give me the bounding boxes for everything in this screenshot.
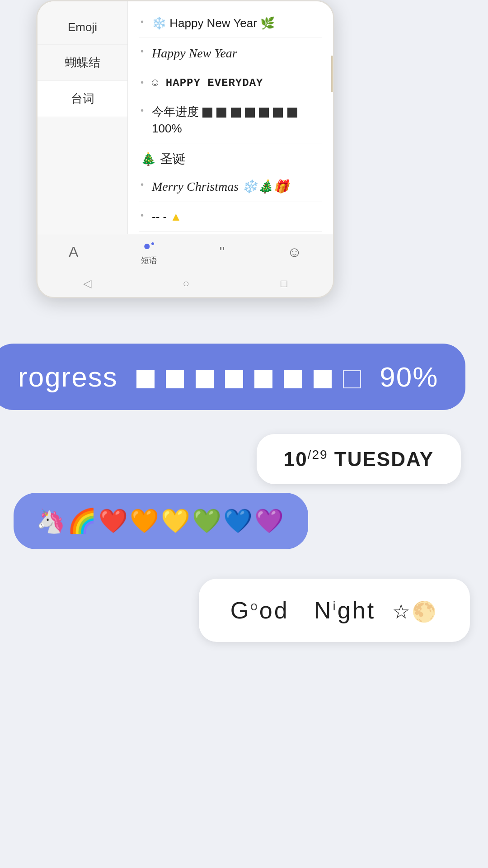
phone-main-content: • ❄️ Happy New Year 🌿 • Happy New Year •… — [128, 1, 333, 261]
phone-navbar: ◁ ○ □ — [38, 270, 333, 297]
date-slash: /29 — [308, 448, 328, 462]
nav-back-btn[interactable]: ◁ — [83, 277, 91, 290]
toolbar-quote[interactable]: " — [220, 244, 225, 260]
phone-right-edge — [331, 56, 334, 92]
item-text-mc2: -- - ▲ — [152, 208, 320, 225]
goodnight-icon: ☆🌕 — [392, 600, 438, 623]
toolbar-phrases[interactable]: ●● 短语 — [141, 239, 157, 266]
nav-recent-btn[interactable]: □ — [281, 277, 287, 290]
nav-home-btn[interactable]: ○ — [183, 277, 189, 290]
date-number: 10 — [284, 448, 308, 470]
item-text-hny4: 今年进度 100% — [152, 104, 320, 137]
emoji-bubble: 🦄🌈❤️🧡💛💚💙💜 — [14, 493, 308, 549]
list-item: • Happy New Year — [139, 38, 322, 69]
progress-block-2 — [166, 370, 184, 388]
progress-text: rogress 90% — [18, 361, 438, 393]
goodnight-bubble: Good Night ☆🌕 — [199, 579, 470, 642]
progress-block-6 — [284, 370, 302, 388]
bullet: • — [141, 210, 144, 221]
list-item-christmas2: • -- - ▲ — [139, 202, 322, 231]
progress-bubble: rogress 90% — [0, 344, 465, 410]
phone-sidebar: Emoji 蝴蝶结 台词 — [38, 1, 128, 261]
phone-toolbar: A ●● 短语 " ☺ — [38, 234, 333, 270]
phone-mockup: Emoji 蝴蝶结 台词 • ❄️ Happy New Year 🌿 • Hap… — [36, 0, 334, 298]
emoji-row: 🦄🌈❤️🧡💛💚💙💜 — [36, 508, 286, 534]
sidebar-item-emoji[interactable]: Emoji — [38, 10, 127, 45]
phrases-label: 短语 — [141, 255, 157, 266]
item-text-hny2: Happy New Year — [152, 44, 320, 62]
sidebar-item-bowtie[interactable]: 蝴蝶结 — [38, 45, 127, 81]
goodnight-sup1: o — [250, 599, 259, 613]
date-text: 10/29 TUESDAY — [284, 448, 434, 471]
progress-block-8 — [343, 370, 361, 388]
phrases-icon: ●● — [143, 239, 155, 253]
progress-block-1 — [136, 370, 155, 388]
bullet: • — [141, 77, 144, 88]
list-item: • ❄️ Happy New Year 🌿 — [139, 9, 322, 38]
item-text-hny1: ❄️ Happy New Year 🌿 — [152, 15, 320, 31]
date-bubble: 10/29 TUESDAY — [257, 434, 461, 484]
content-list: • ❄️ Happy New Year 🌿 • Happy New Year •… — [139, 9, 322, 143]
bullet: • — [141, 105, 144, 116]
bullet: • — [141, 46, 144, 57]
toolbar-font[interactable]: A — [69, 244, 78, 260]
sidebar-item-lines[interactable]: 台词 — [38, 81, 127, 117]
item-text-hny3: ☺ HAPPY EVERYDAY — [152, 75, 320, 91]
bullet: • — [141, 179, 144, 190]
item-text-mc1: Merry Christmas ❄️🎄🎁 — [152, 178, 320, 195]
goodnight-sup2: i — [333, 599, 338, 613]
christmas-section-header: 🎄 圣诞 — [139, 143, 322, 171]
bullet: • — [141, 17, 144, 27]
list-item-christmas: • Merry Christmas ❄️🎄🎁 — [139, 171, 322, 202]
phone-inner: Emoji 蝴蝶结 台词 • ❄️ Happy New Year 🌿 • Hap… — [38, 1, 333, 261]
progress-block-5 — [254, 370, 272, 388]
list-item: • ☺ HAPPY EVERYDAY — [139, 69, 322, 98]
progress-block-7 — [314, 370, 332, 388]
progress-block-4 — [225, 370, 243, 388]
quote-icon: " — [220, 244, 225, 260]
goodnight-text: Good Night ☆🌕 — [230, 597, 438, 623]
christmas-list: • Merry Christmas ❄️🎄🎁 • -- - ▲ — [139, 171, 322, 232]
font-icon: A — [69, 244, 78, 260]
progress-block-3 — [196, 370, 214, 388]
toolbar-emoji[interactable]: ☺ — [287, 244, 302, 260]
list-item: • 今年进度 100% — [139, 97, 322, 143]
emoji-icon: ☺ — [287, 244, 302, 260]
